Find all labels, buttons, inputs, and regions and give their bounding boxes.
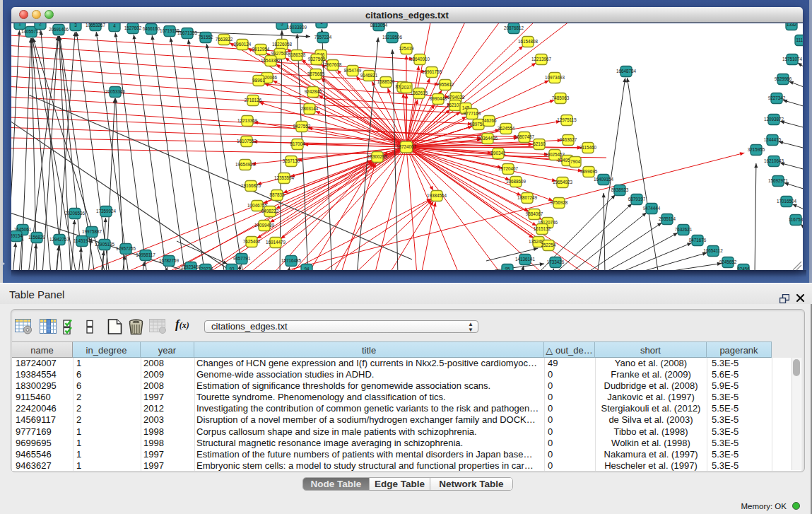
svg-text:10653267: 10653267	[86, 23, 106, 28]
svg-text:8471676: 8471676	[689, 238, 707, 243]
svg-text:93: 93	[229, 267, 235, 270]
svg-text:18300295: 18300295	[367, 154, 388, 159]
svg-text:12975115: 12975115	[557, 117, 577, 122]
svg-text:252254: 252254	[541, 243, 556, 247]
svg-text:817004: 817004	[290, 141, 305, 146]
svg-text:19166825: 19166825	[241, 183, 261, 188]
svg-text:8938923: 8938923	[611, 187, 629, 192]
svg-text:1: 1	[18, 23, 21, 26]
svg-text:1244415: 1244415	[764, 137, 782, 142]
svg-text:2718126: 2718126	[245, 98, 262, 103]
svg-text:3267130: 3267130	[283, 158, 300, 163]
svg-text:12353594: 12353594	[274, 175, 295, 180]
svg-text:1527602: 1527602	[124, 25, 142, 30]
svg-text:887833: 887833	[269, 192, 285, 197]
svg-text:16154808: 16154808	[518, 39, 539, 44]
svg-text:20364436: 20364436	[478, 136, 498, 141]
svg-text:8454749: 8454749	[344, 68, 362, 73]
svg-text:15751074: 15751074	[782, 57, 803, 62]
svg-text:9777169: 9777169	[464, 111, 481, 116]
svg-text:4: 4	[113, 23, 116, 28]
svg-text:8498222: 8498222	[261, 209, 279, 214]
svg-text:19654923: 19654923	[235, 162, 256, 167]
svg-text:751552: 751552	[198, 35, 213, 40]
svg-text:19975887: 19975887	[82, 229, 102, 234]
svg-text:1332: 1332	[787, 23, 797, 27]
svg-text:18807249: 18807249	[517, 195, 538, 200]
svg-text:1156829: 1156829	[28, 235, 46, 240]
svg-text:18226058: 18226058	[272, 42, 293, 47]
svg-text:39154: 39154	[11, 233, 23, 238]
svg-text:1145194: 1145194	[73, 238, 91, 243]
svg-text:16961758: 16961758	[422, 69, 442, 74]
svg-text:9884067: 9884067	[526, 211, 543, 216]
svg-text:16409154: 16409154	[594, 177, 614, 182]
svg-text:3624554: 3624554	[498, 126, 515, 131]
svg-text:17957255: 17957255	[116, 246, 136, 251]
svg-text:10654112: 10654112	[703, 248, 723, 253]
svg-text:17016504: 17016504	[777, 199, 797, 204]
svg-text:19218506: 19218506	[382, 35, 403, 40]
svg-text:6: 6	[320, 23, 323, 25]
svg-text:12213967: 12213967	[531, 57, 552, 62]
svg-text:12942757: 12942757	[49, 237, 70, 242]
svg-text:125419: 125419	[399, 46, 414, 51]
svg-text:7663822: 7663822	[216, 37, 233, 42]
svg-text:19654923: 19654923	[553, 180, 573, 185]
svg-text:129234: 129234	[198, 267, 213, 270]
svg-text:8186328: 8186328	[288, 52, 306, 57]
svg-text:1615132: 1615132	[534, 226, 551, 231]
svg-text:5: 5	[281, 23, 283, 26]
svg-text:1362615: 1362615	[411, 90, 428, 95]
svg-text:9457791: 9457791	[233, 256, 251, 261]
svg-text:9146821: 9146821	[360, 73, 378, 78]
svg-text:20053346: 20053346	[105, 89, 126, 94]
svg-text:16033809: 16033809	[287, 25, 307, 30]
svg-text:9463627: 9463627	[560, 137, 577, 142]
svg-text:12905135: 12905135	[95, 242, 115, 247]
svg-text:2803144: 2803144	[301, 106, 319, 111]
svg-text:12213369: 12213369	[237, 118, 258, 123]
svg-text:20206536: 20206536	[65, 211, 86, 216]
svg-text:890341: 890341	[490, 151, 506, 156]
svg-text:10807487: 10807487	[514, 134, 535, 139]
svg-text:16543382: 16543382	[261, 58, 281, 63]
svg-text:2: 2	[39, 23, 42, 26]
svg-text:9756928: 9756928	[551, 200, 568, 205]
svg-text:1112: 1112	[796, 37, 803, 42]
svg-text:16914479: 16914479	[266, 240, 286, 245]
svg-text:6879197: 6879197	[628, 197, 646, 201]
svg-text:7955812: 7955812	[437, 82, 454, 87]
svg-text:6466160: 6466160	[143, 26, 160, 31]
svg-text:62160: 62160	[533, 141, 546, 146]
svg-text:7632621: 7632621	[675, 227, 693, 232]
svg-text:12093872: 12093872	[764, 117, 784, 122]
svg-text:94: 94	[304, 267, 310, 270]
svg-text:16648784: 16648784	[616, 69, 637, 74]
svg-text:2935114: 2935114	[659, 216, 676, 221]
svg-text:15716485: 15716485	[281, 258, 302, 263]
svg-text:7625402: 7625402	[243, 239, 261, 244]
svg-text:98961: 98961	[252, 78, 265, 83]
svg-text:2967608: 2967608	[324, 62, 342, 67]
svg-text:8960124: 8960124	[234, 42, 252, 47]
svg-text:9329966: 9329966	[775, 76, 792, 81]
svg-text:16210643: 16210643	[764, 158, 784, 163]
svg-text:14099489: 14099489	[254, 223, 275, 228]
svg-text:20691406: 20691406	[49, 27, 69, 32]
svg-text:7485063: 7485063	[552, 95, 570, 100]
svg-text:10958117: 10958117	[136, 252, 155, 257]
svg-text:8912954: 8912954	[252, 47, 270, 52]
svg-text:8813054: 8813054	[370, 23, 388, 28]
svg-text:19384554: 19384554	[427, 193, 447, 198]
svg-text:3875685: 3875685	[307, 71, 325, 76]
svg-text:9474444: 9474444	[643, 206, 661, 211]
svg-text:1733426: 1733426	[547, 259, 565, 264]
svg-text:8427552: 8427552	[293, 124, 311, 129]
svg-text:7904: 7904	[570, 159, 581, 164]
svg-text:14055712: 14055712	[21, 29, 42, 34]
svg-text:16107552: 16107552	[237, 139, 257, 144]
svg-text:20876812: 20876812	[504, 25, 524, 30]
svg-text:95: 95	[505, 267, 510, 270]
svg-text:17359924: 17359924	[96, 209, 117, 214]
